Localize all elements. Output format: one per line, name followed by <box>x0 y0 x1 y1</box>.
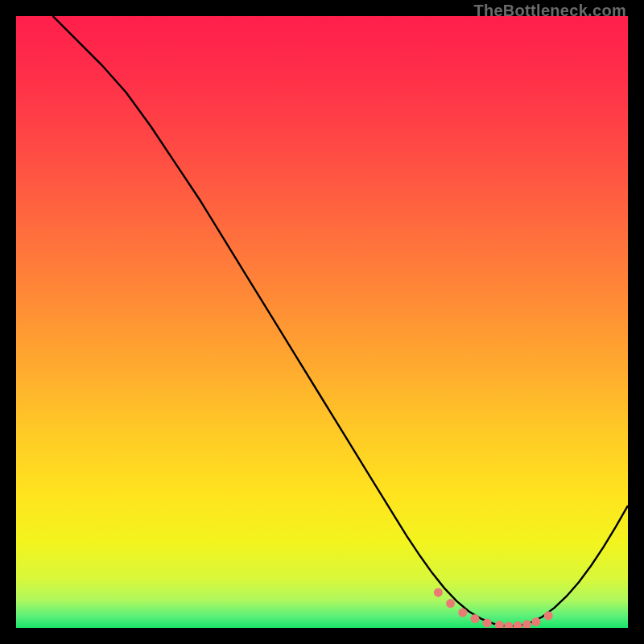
gradient-background <box>16 16 628 628</box>
optimal-dot <box>532 617 541 626</box>
optimal-dot <box>544 611 553 620</box>
optimal-dot <box>446 599 455 608</box>
chart-frame <box>16 16 628 628</box>
optimal-dot <box>458 609 467 617</box>
watermark-text: TheBottleneck.com <box>473 2 626 20</box>
optimal-dot <box>483 618 492 627</box>
bottleneck-chart <box>16 16 628 628</box>
optimal-dot <box>471 614 480 623</box>
optimal-dot <box>434 588 443 597</box>
